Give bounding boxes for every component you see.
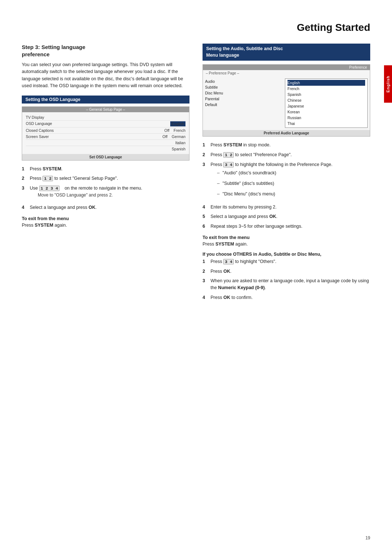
left-column: Step 3: Setting language preference You … [22,44,189,306]
pref-page-label: – Preference Page – [203,70,370,76]
page-container: Getting Started English Step 3: Setting … [0,0,392,555]
others-step-1: 1 Press 3 4 to highlight "Others". [203,258,370,265]
right-step-4: 4 Enter its submenu by pressing 2. [203,204,370,211]
others-heading: If you choose OTHERS in Audio, Subtitle … [203,252,370,257]
osd-mock-screen: – General Setup Page – TV Display OSD La… [22,106,189,161]
others-step-4: 4 Press OK to confirm. [203,294,370,301]
osd-section-label: Setting the OSD Language [22,96,189,104]
page-number: 19 [366,535,370,540]
others-step-2: 2 Press OK. [203,268,370,275]
right-steps-list: 1 Press SYSTEM in stop mode. 2 Press 1 2… [203,142,370,230]
move-to-line: Move to "OSD Language" and press 2. [38,192,189,198]
left-exit-heading: To exit from the menu [22,216,189,221]
pref-labels: Audio Subtitle Disc Menu Parental Defaul… [205,78,285,128]
left-exit-text: Press SYSTEM again. [22,223,189,228]
osd-row-tv-display: TV Display [26,114,185,121]
right-step-5: 5 Select a language and press OK. [203,213,370,220]
osd-screen-footer: Set OSD Language [22,154,189,160]
right-sub-list: "Audio" (disc's soundtrack) "Subtitle" (… [217,169,370,198]
osd-row-spanish: Spanish [26,146,185,152]
pref-screen-body: Audio Subtitle Disc Menu Parental Defaul… [203,76,370,130]
osd-screen-body: TV Display OSD Language English Closed C… [22,112,189,154]
others-steps-list: 1 Press 3 4 to highlight "Others". 2 Pre… [203,258,370,301]
step-heading: Step 3: Setting language preference [22,44,189,58]
pref-screen-header: Preference [203,65,370,70]
others-step-3: 3 When you are asked to enter a language… [203,278,370,291]
osd-row-italian: Italian [26,140,185,146]
left-steps-list: 1 Press SYSTEM. 2 Press 1 2 to select "G… [22,166,189,211]
osd-row-closed-captions: Closed Captions Off French [26,127,185,134]
preference-mock-screen: Preference – Preference Page – Audio Sub… [203,64,370,137]
intro-text: You can select your own preferred langua… [22,61,189,90]
right-step-3: 3 Press 3 4 to highlight the following i… [203,161,370,201]
osd-screen-header: – General Setup Page – [22,107,189,112]
right-step-6: 6 Repeat steps 3~5 for other language se… [203,223,370,230]
page-title-area: Getting Started [22,22,370,35]
right-exit-text: Press SYSTEM again. [203,242,370,247]
pref-values: English French Spanish Chinese Japanese … [285,78,368,128]
left-step-4: 4 Select a language and press OK. [22,204,189,211]
page-title: Getting Started [297,22,370,33]
two-col-layout: Step 3: Setting language preference You … [22,44,370,306]
osd-row-osd-language: OSD Language English [26,121,185,127]
right-heading-box: Setting the Audio, Subtitle and Disc Men… [203,44,370,61]
left-step-3: 3 Use 1 2 3 4 on the remote to navigate … [22,185,189,201]
left-step-1: 1 Press SYSTEM. [22,166,189,173]
right-step-1: 1 Press SYSTEM in stop mode. [203,142,370,149]
osd-row-screen-saver: Screen Saver Off German [26,134,185,140]
left-step-2: 2 Press 1 2 to select "General Setup Pag… [22,175,189,182]
english-tab: English [384,65,392,103]
pref-screen-footer: Preferred Audio Language [203,130,370,136]
right-column: Setting the Audio, Subtitle and Disc Men… [203,44,370,306]
right-exit-heading: To exit from the menu [203,235,370,240]
right-step-2: 2 Press 1 2 to select "Preference Page". [203,151,370,158]
